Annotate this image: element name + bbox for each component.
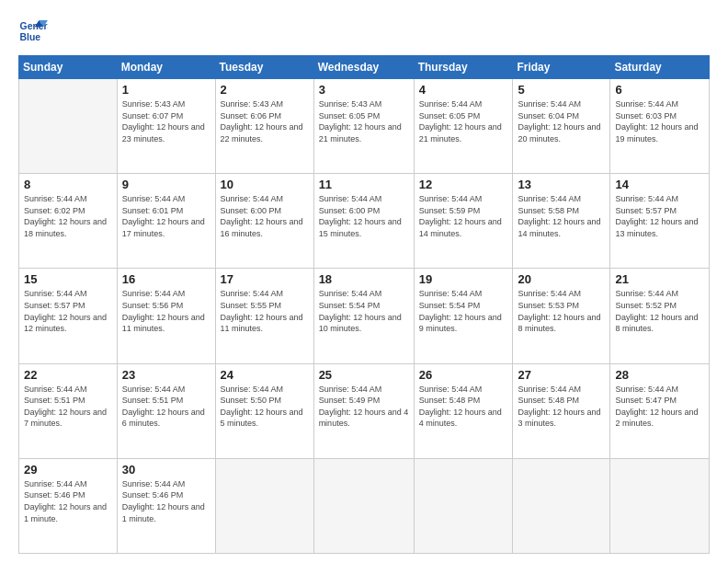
weekday-header-thursday: Thursday <box>414 56 513 79</box>
day-number: 18 <box>319 272 409 286</box>
day-number: 16 <box>122 272 210 286</box>
day-info: Sunrise: 5:44 AMSunset: 5:59 PMDaylight:… <box>419 194 502 238</box>
day-number: 28 <box>615 368 704 382</box>
calendar-cell: 28Sunrise: 5:44 AMSunset: 5:47 PMDayligh… <box>610 363 710 458</box>
day-number: 12 <box>419 178 508 191</box>
day-info: Sunrise: 5:44 AMSunset: 5:58 PMDaylight:… <box>518 194 600 238</box>
week-row-2: 15Sunrise: 5:44 AMSunset: 5:57 PMDayligh… <box>19 269 710 363</box>
day-info: Sunrise: 5:44 AMSunset: 5:54 PMDaylight:… <box>419 289 502 333</box>
day-info: Sunrise: 5:44 AMSunset: 5:57 PMDaylight:… <box>24 289 107 333</box>
day-info: Sunrise: 5:43 AMSunset: 6:06 PMDaylight:… <box>221 99 303 144</box>
calendar-cell <box>19 79 118 174</box>
day-number: 26 <box>419 368 508 382</box>
calendar-cell <box>215 458 313 553</box>
day-number: 1 <box>122 83 210 97</box>
day-number: 22 <box>24 368 112 382</box>
day-info: Sunrise: 5:44 AMSunset: 5:53 PMDaylight:… <box>518 289 600 333</box>
day-number: 27 <box>518 368 605 382</box>
day-info: Sunrise: 5:44 AMSunset: 6:02 PMDaylight:… <box>24 194 107 238</box>
day-number: 15 <box>24 272 112 286</box>
calendar-cell: 21Sunrise: 5:44 AMSunset: 5:52 PMDayligh… <box>610 269 710 363</box>
day-info: Sunrise: 5:44 AMSunset: 5:50 PMDaylight:… <box>221 385 303 429</box>
day-info: Sunrise: 5:43 AMSunset: 6:05 PMDaylight:… <box>319 99 402 144</box>
calendar-cell: 26Sunrise: 5:44 AMSunset: 5:48 PMDayligh… <box>414 363 513 458</box>
calendar-cell: 19Sunrise: 5:44 AMSunset: 5:54 PMDayligh… <box>414 269 513 363</box>
calendar-cell: 6Sunrise: 5:44 AMSunset: 6:03 PMDaylight… <box>610 79 710 174</box>
weekday-header-sunday: Sunday <box>19 56 118 79</box>
day-info: Sunrise: 5:44 AMSunset: 6:01 PMDaylight:… <box>122 194 205 238</box>
day-number: 13 <box>518 178 605 191</box>
calendar-cell: 4Sunrise: 5:44 AMSunset: 6:05 PMDaylight… <box>414 79 513 174</box>
calendar-cell: 17Sunrise: 5:44 AMSunset: 5:55 PMDayligh… <box>215 269 313 363</box>
day-number: 10 <box>221 178 309 191</box>
calendar-cell: 30Sunrise: 5:44 AMSunset: 5:46 PMDayligh… <box>117 458 215 553</box>
calendar-cell <box>313 458 414 553</box>
day-number: 19 <box>419 272 508 286</box>
day-info: Sunrise: 5:44 AMSunset: 5:48 PMDaylight:… <box>419 385 502 429</box>
day-number: 11 <box>319 178 409 191</box>
day-info: Sunrise: 5:44 AMSunset: 5:47 PMDaylight:… <box>615 385 698 429</box>
day-number: 30 <box>122 463 210 477</box>
calendar-cell: 29Sunrise: 5:44 AMSunset: 5:46 PMDayligh… <box>19 458 118 553</box>
day-info: Sunrise: 5:44 AMSunset: 6:05 PMDaylight:… <box>419 99 502 144</box>
logo: General Blue <box>18 17 48 46</box>
calendar-cell: 11Sunrise: 5:44 AMSunset: 6:00 PMDayligh… <box>313 174 414 269</box>
calendar-cell: 12Sunrise: 5:44 AMSunset: 5:59 PMDayligh… <box>414 174 513 269</box>
day-number: 4 <box>419 83 508 97</box>
day-info: Sunrise: 5:44 AMSunset: 5:51 PMDaylight:… <box>24 385 107 429</box>
calendar-cell <box>610 458 710 553</box>
weekday-header-wednesday: Wednesday <box>313 56 414 79</box>
calendar-cell: 15Sunrise: 5:44 AMSunset: 5:57 PMDayligh… <box>19 269 118 363</box>
calendar-cell: 23Sunrise: 5:44 AMSunset: 5:51 PMDayligh… <box>117 363 215 458</box>
day-info: Sunrise: 5:43 AMSunset: 6:07 PMDaylight:… <box>122 99 205 144</box>
day-info: Sunrise: 5:44 AMSunset: 5:56 PMDaylight:… <box>122 289 205 333</box>
day-number: 23 <box>122 368 210 382</box>
calendar-cell: 14Sunrise: 5:44 AMSunset: 5:57 PMDayligh… <box>610 174 710 269</box>
week-row-0: 1Sunrise: 5:43 AMSunset: 6:07 PMDaylight… <box>19 79 710 174</box>
day-info: Sunrise: 5:44 AMSunset: 5:54 PMDaylight:… <box>319 289 402 333</box>
calendar-cell: 13Sunrise: 5:44 AMSunset: 5:58 PMDayligh… <box>513 174 610 269</box>
day-info: Sunrise: 5:44 AMSunset: 6:00 PMDaylight:… <box>319 194 402 238</box>
day-info: Sunrise: 5:44 AMSunset: 6:03 PMDaylight:… <box>615 99 698 144</box>
page: General Blue SundayMondayTuesdayWednesda… <box>0 0 728 563</box>
calendar-cell: 5Sunrise: 5:44 AMSunset: 6:04 PMDaylight… <box>513 79 610 174</box>
day-info: Sunrise: 5:44 AMSunset: 5:48 PMDaylight:… <box>518 385 600 429</box>
day-info: Sunrise: 5:44 AMSunset: 5:51 PMDaylight:… <box>122 385 205 429</box>
calendar-table: SundayMondayTuesdayWednesdayThursdayFrid… <box>18 55 710 554</box>
day-info: Sunrise: 5:44 AMSunset: 5:46 PMDaylight:… <box>122 479 205 523</box>
calendar-cell: 22Sunrise: 5:44 AMSunset: 5:51 PMDayligh… <box>19 363 118 458</box>
day-info: Sunrise: 5:44 AMSunset: 5:46 PMDaylight:… <box>24 479 107 523</box>
svg-text:Blue: Blue <box>20 32 41 42</box>
calendar-cell: 2Sunrise: 5:43 AMSunset: 6:06 PMDaylight… <box>215 79 313 174</box>
logo-icon: General Blue <box>18 17 48 46</box>
weekday-header-monday: Monday <box>117 56 215 79</box>
calendar-cell: 9Sunrise: 5:44 AMSunset: 6:01 PMDaylight… <box>117 174 215 269</box>
calendar-cell: 18Sunrise: 5:44 AMSunset: 5:54 PMDayligh… <box>313 269 414 363</box>
week-row-4: 29Sunrise: 5:44 AMSunset: 5:46 PMDayligh… <box>19 458 710 553</box>
weekday-header-saturday: Saturday <box>610 56 710 79</box>
day-number: 6 <box>615 83 704 97</box>
weekday-header-row: SundayMondayTuesdayWednesdayThursdayFrid… <box>19 56 710 79</box>
calendar-cell: 8Sunrise: 5:44 AMSunset: 6:02 PMDaylight… <box>19 174 118 269</box>
calendar-cell <box>414 458 513 553</box>
calendar-cell: 10Sunrise: 5:44 AMSunset: 6:00 PMDayligh… <box>215 174 313 269</box>
calendar-cell: 25Sunrise: 5:44 AMSunset: 5:49 PMDayligh… <box>313 363 414 458</box>
day-number: 24 <box>221 368 309 382</box>
calendar-cell: 24Sunrise: 5:44 AMSunset: 5:50 PMDayligh… <box>215 363 313 458</box>
day-number: 21 <box>615 272 704 286</box>
header: General Blue <box>18 17 710 46</box>
weekday-header-tuesday: Tuesday <box>215 56 313 79</box>
day-info: Sunrise: 5:44 AMSunset: 6:04 PMDaylight:… <box>518 99 600 144</box>
day-number: 14 <box>615 178 704 191</box>
calendar-cell: 16Sunrise: 5:44 AMSunset: 5:56 PMDayligh… <box>117 269 215 363</box>
calendar-cell: 1Sunrise: 5:43 AMSunset: 6:07 PMDaylight… <box>117 79 215 174</box>
day-info: Sunrise: 5:44 AMSunset: 5:55 PMDaylight:… <box>221 289 303 333</box>
day-number: 9 <box>122 178 210 191</box>
day-number: 20 <box>518 272 605 286</box>
calendar-cell: 20Sunrise: 5:44 AMSunset: 5:53 PMDayligh… <box>513 269 610 363</box>
day-info: Sunrise: 5:44 AMSunset: 5:57 PMDaylight:… <box>615 194 698 238</box>
calendar-cell <box>513 458 610 553</box>
day-info: Sunrise: 5:44 AMSunset: 5:52 PMDaylight:… <box>615 289 698 333</box>
day-number: 29 <box>24 463 112 477</box>
calendar-cell: 3Sunrise: 5:43 AMSunset: 6:05 PMDaylight… <box>313 79 414 174</box>
